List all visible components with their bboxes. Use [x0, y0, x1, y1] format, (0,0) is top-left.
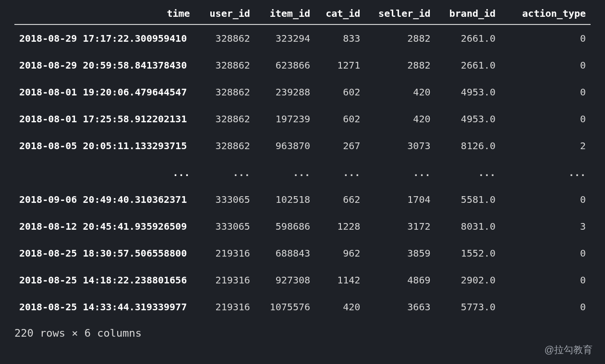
cell: 8126.0 — [435, 132, 500, 159]
cell: 333065 — [195, 213, 255, 240]
cell: 5581.0 — [435, 186, 500, 213]
ellipsis-cell: ... — [315, 159, 365, 186]
cell: 219316 — [195, 240, 255, 267]
table-row: 2018-08-25 14:33:44.31933997721931610755… — [14, 294, 591, 320]
cell: 962 — [315, 240, 365, 267]
row-index: 2018-08-01 17:25:58.912202131 — [14, 106, 195, 132]
cell: 0 — [500, 106, 591, 132]
col-header-cat_id: cat_id — [315, 5, 365, 24]
ellipsis-cell: ... — [14, 159, 195, 186]
cell: 267 — [315, 132, 365, 159]
row-index: 2018-08-25 14:33:44.319339977 — [14, 294, 195, 320]
cell: 239288 — [255, 79, 315, 106]
table-row: 2018-08-25 14:18:22.23880165621931692730… — [14, 267, 591, 294]
cell: 2882 — [365, 52, 435, 79]
table-header: time user_id item_id cat_id seller_id br… — [14, 5, 591, 24]
table-row: 2018-08-29 20:59:58.84137843032886262386… — [14, 52, 591, 79]
table-row: 2018-08-01 17:25:58.91220213132886219723… — [14, 106, 591, 132]
cell: 688843 — [255, 240, 315, 267]
ellipsis-cell: ... — [365, 159, 435, 186]
cell: 3859 — [365, 240, 435, 267]
cell: 2902.0 — [435, 267, 500, 294]
cell: 328862 — [195, 132, 255, 159]
table-row: 2018-08-12 20:45:41.93592650933306559868… — [14, 213, 591, 240]
row-index: 2018-08-01 19:20:06.479644547 — [14, 79, 195, 106]
col-header-user_id: user_id — [195, 5, 255, 24]
table-row: 2018-08-25 18:30:57.50655880021931668884… — [14, 240, 591, 267]
row-index: 2018-08-25 18:30:57.506558800 — [14, 240, 195, 267]
cell: 420 — [365, 106, 435, 132]
cell: 0 — [500, 52, 591, 79]
cell: 4953.0 — [435, 79, 500, 106]
cell: 219316 — [195, 294, 255, 320]
cell: 1142 — [315, 267, 365, 294]
cell: 598686 — [255, 213, 315, 240]
cell: 2 — [500, 132, 591, 159]
cell: 833 — [315, 24, 365, 52]
cell: 1228 — [315, 213, 365, 240]
row-index: 2018-08-25 14:18:22.238801656 — [14, 267, 195, 294]
row-index: 2018-08-05 20:05:11.133293715 — [14, 132, 195, 159]
cell: 219316 — [195, 267, 255, 294]
row-index: 2018-08-29 17:17:22.300959410 — [14, 24, 195, 52]
cell: 0 — [500, 24, 591, 52]
cell: 420 — [365, 79, 435, 106]
cell: 323294 — [255, 24, 315, 52]
dataframe-shape: 220 rows × 6 columns — [14, 327, 591, 339]
cell: 927308 — [255, 267, 315, 294]
ellipsis-cell: ... — [195, 159, 255, 186]
cell: 0 — [500, 267, 591, 294]
cell: 3073 — [365, 132, 435, 159]
cell: 1271 — [315, 52, 365, 79]
col-header-item_id: item_id — [255, 5, 315, 24]
cell: 197239 — [255, 106, 315, 132]
cell: 1552.0 — [435, 240, 500, 267]
ellipsis-cell: ... — [255, 159, 315, 186]
cell: 102518 — [255, 186, 315, 213]
ellipsis-cell: ... — [500, 159, 591, 186]
cell: 0 — [500, 186, 591, 213]
cell: 8031.0 — [435, 213, 500, 240]
row-index: 2018-09-06 20:49:40.310362371 — [14, 186, 195, 213]
cell: 3663 — [365, 294, 435, 320]
cell: 602 — [315, 106, 365, 132]
cell: 328862 — [195, 52, 255, 79]
cell: 5773.0 — [435, 294, 500, 320]
cell: 4869 — [365, 267, 435, 294]
cell: 1704 — [365, 186, 435, 213]
cell: 328862 — [195, 24, 255, 52]
cell: 0 — [500, 79, 591, 106]
table-row: 2018-08-29 17:17:22.30095941032886232329… — [14, 24, 591, 52]
row-index: 2018-08-12 20:45:41.935926509 — [14, 213, 195, 240]
col-header-brand_id: brand_id — [435, 5, 500, 24]
cell: 602 — [315, 79, 365, 106]
cell: 328862 — [195, 106, 255, 132]
table-row: 2018-08-01 19:20:06.47964454732886223928… — [14, 79, 591, 106]
cell: 0 — [500, 294, 591, 320]
col-header-seller_id: seller_id — [365, 5, 435, 24]
table-row: 2018-09-06 20:49:40.31036237133306510251… — [14, 186, 591, 213]
table-row: 2018-08-05 20:05:11.13329371532886296387… — [14, 132, 591, 159]
dataframe-output: time user_id item_id cat_id seller_id br… — [0, 0, 605, 339]
row-index: 2018-08-29 20:59:58.841378430 — [14, 52, 195, 79]
cell: 963870 — [255, 132, 315, 159]
cell: 623866 — [255, 52, 315, 79]
index-name-cell: time — [14, 5, 195, 24]
cell: 2882 — [365, 24, 435, 52]
cell: 4953.0 — [435, 106, 500, 132]
col-header-action_type: action_type — [500, 5, 591, 24]
dataframe-table: time user_id item_id cat_id seller_id br… — [14, 5, 591, 320]
cell: 3172 — [365, 213, 435, 240]
cell: 662 — [315, 186, 365, 213]
cell: 3 — [500, 213, 591, 240]
cell: 328862 — [195, 79, 255, 106]
table-body: 2018-08-29 17:17:22.30095941032886232329… — [14, 24, 591, 320]
cell: 333065 — [195, 186, 255, 213]
ellipsis-row: ..................... — [14, 159, 591, 186]
watermark: @拉勾教育 — [544, 343, 593, 356]
cell: 2661.0 — [435, 24, 500, 52]
cell: 420 — [315, 294, 365, 320]
cell: 2661.0 — [435, 52, 500, 79]
ellipsis-cell: ... — [435, 159, 500, 186]
cell: 1075576 — [255, 294, 315, 320]
